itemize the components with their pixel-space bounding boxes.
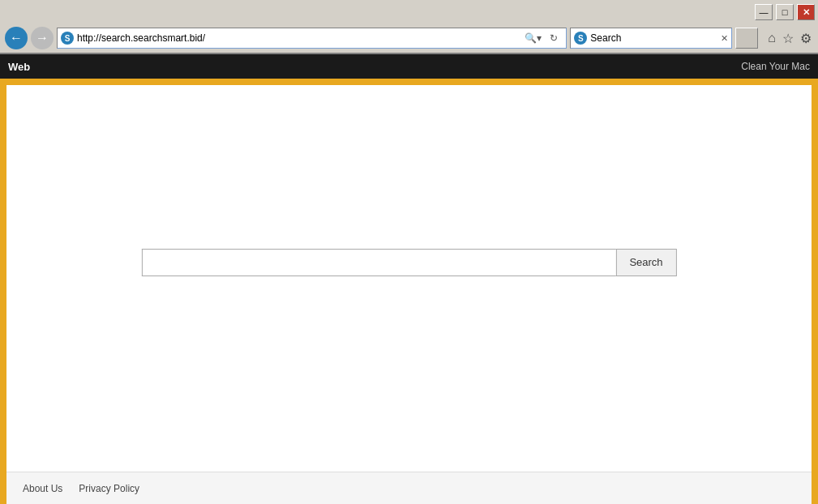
nav-bar: Web Clean Your Mac [0,54,818,79]
main-search-input[interactable] [141,249,615,276]
favorites-button[interactable]: ☆ [781,29,795,48]
browser-search-input[interactable] [590,32,717,44]
nav-web-label: Web [8,61,30,73]
minimize-button[interactable]: — [755,4,773,20]
browser-search-bar: S ✕ [570,28,732,49]
site-icon: S [61,32,74,45]
search-dropdown-button[interactable]: 🔍▾ [524,29,542,47]
toolbar-icons: ⌂ ☆ ⚙ [766,29,813,48]
main-search-button[interactable]: Search [615,249,676,276]
privacy-policy-link[interactable]: Privacy Policy [79,483,139,494]
close-button[interactable]: ✕ [797,4,815,20]
page-footer: About Us Privacy Policy [6,472,812,504]
browser-chrome: ← → S 🔍▾ ↻ S ✕ ⌂ ☆ ⚙ [0,24,818,54]
page-content: Search [6,85,812,472]
refresh-button[interactable]: ↻ [545,29,563,47]
nav-right-label: Clean Your Mac [741,61,810,72]
title-bar: — □ ✕ [0,0,818,24]
address-bar: S 🔍▾ ↻ [57,28,567,49]
url-input[interactable] [77,32,520,44]
home-button[interactable]: ⌂ [766,29,777,47]
about-us-link[interactable]: About Us [23,483,62,494]
search-clear-button[interactable]: ✕ [721,33,728,44]
maximize-button[interactable]: □ [776,4,794,20]
search-engine-icon: S [574,32,587,45]
settings-button[interactable]: ⚙ [799,29,813,48]
back-button[interactable]: ← [5,27,28,49]
main-search-area: Search [141,249,676,276]
forward-button[interactable]: → [31,27,54,49]
